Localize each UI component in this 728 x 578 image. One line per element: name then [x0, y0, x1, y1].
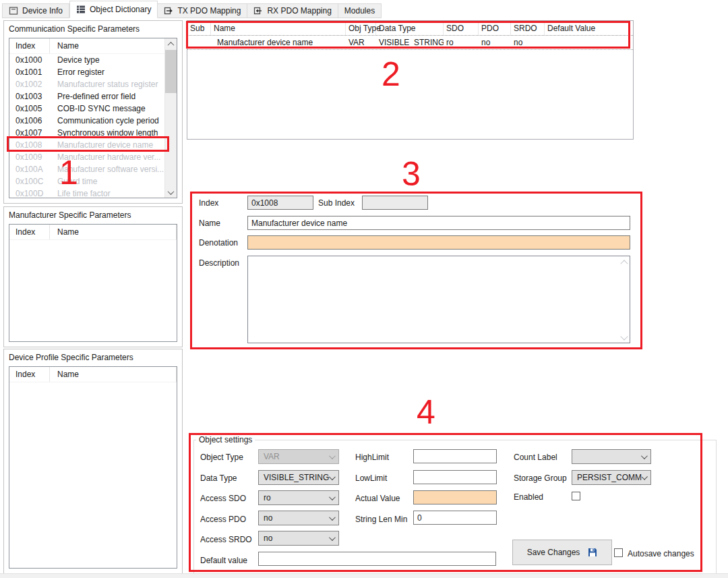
save-icon	[588, 548, 597, 557]
tab-modules[interactable]: Modules	[338, 3, 382, 18]
chevron-down-icon	[329, 494, 336, 500]
object-type-select[interactable]: VAR	[258, 449, 339, 464]
list-item[interactable]: 0x1002 Manufacturer status register	[9, 78, 165, 90]
selected-value: no	[264, 533, 272, 543]
column-header-pdo[interactable]: PDO	[479, 21, 511, 35]
list-item[interactable]: 0x1007 Synchronous window length	[9, 127, 165, 139]
column-header-index[interactable]: Index	[9, 38, 50, 53]
item-name: Manufacturer device name	[50, 140, 165, 150]
scroll-down-button[interactable]	[165, 187, 177, 198]
save-changes-button[interactable]: Save Changes	[512, 540, 612, 565]
autosave-checkbox[interactable]	[614, 548, 623, 557]
enabled-checkbox[interactable]	[572, 492, 580, 500]
index-field[interactable]	[247, 196, 313, 210]
item-index: 0x1003	[9, 92, 50, 101]
column-header-name[interactable]: Name	[50, 225, 177, 239]
count-label-select[interactable]	[572, 449, 651, 464]
description-field[interactable]	[247, 256, 630, 343]
access-pdo-select[interactable]: no	[258, 511, 339, 525]
selected-value: VAR	[264, 452, 280, 461]
window-bottom-edge	[0, 573, 728, 578]
tab-tx-pdo-mapping[interactable]: TX PDO Mapping	[158, 3, 247, 18]
column-header-default-value[interactable]: Default Value	[545, 21, 633, 35]
device-profile-parameters-list: Index Name	[9, 366, 177, 569]
item-index: 0x100C	[9, 177, 50, 186]
item-index: 0x1009	[9, 152, 50, 162]
list-item[interactable]: 0x100D Life time factor	[9, 187, 165, 198]
access-sdo-select[interactable]: ro	[258, 490, 339, 505]
list-item[interactable]: 0x1003 Pre-defined error field	[9, 90, 165, 103]
description-label: Description	[199, 258, 239, 268]
tab-object-dictionary[interactable]: Object Dictionary	[69, 1, 158, 18]
save-button-label: Save Changes	[527, 548, 580, 557]
list-item[interactable]: 0x1008 Manufacturer device name	[9, 139, 165, 151]
selected-value: VISIBLE_STRING	[264, 473, 329, 482]
cell-obj-type: VAR	[346, 38, 376, 47]
column-header-sub[interactable]: Sub	[187, 21, 211, 35]
vertical-scrollbar[interactable]	[164, 38, 177, 198]
chevron-down-icon	[329, 473, 336, 480]
panel-title: Manufacturer Specific Parameters	[4, 207, 182, 221]
list-header: Index Name	[9, 225, 177, 240]
column-header-name[interactable]: Name	[50, 38, 165, 53]
access-pdo-label: Access PDO	[200, 515, 246, 524]
column-header-srdo[interactable]: SRDO	[511, 21, 545, 35]
tab-device-info[interactable]: Device Info	[2, 3, 69, 18]
list-item[interactable]: 0x1000 Device type	[9, 54, 165, 66]
selected-value: PERSIST_COMM	[577, 473, 642, 482]
high-limit-label: HighLimit	[355, 453, 389, 462]
table-row[interactable]: Manufacturer device name VAR VISIBLE_STR…	[187, 36, 633, 50]
data-type-select[interactable]: VISIBLE_STRING	[258, 470, 339, 485]
default-value-field[interactable]	[258, 552, 496, 566]
string-len-min-label: String Len Min	[355, 515, 407, 524]
sub-index-field[interactable]	[362, 196, 428, 210]
column-header-data-type[interactable]: Data Type	[376, 21, 444, 35]
object-settings-title: Object settings	[196, 435, 255, 444]
cell-sdo: ro	[444, 38, 479, 47]
list-item[interactable]: 0x1009 Manufacturer hardware ver...	[9, 151, 165, 163]
actual-value-label: Actual Value	[355, 494, 400, 503]
item-name: Error register	[50, 67, 165, 77]
manufacturer-parameters-panel: Manufacturer Specific Parameters Index N…	[3, 206, 183, 347]
chevron-down-icon	[168, 188, 175, 195]
column-header-sdo[interactable]: SDO	[444, 21, 479, 35]
item-index: 0x100A	[9, 165, 50, 174]
item-index: 0x1002	[9, 80, 50, 89]
column-header-index[interactable]: Index	[9, 225, 50, 239]
list-item[interactable]: 0x100A Manufacturer software versi...	[9, 163, 165, 175]
manufacturer-parameters-list: Index Name	[9, 224, 177, 342]
data-type-label: Data Type	[200, 473, 237, 483]
sub-index-label: Sub Index	[318, 198, 355, 208]
tab-rx-pdo-mapping[interactable]: RX PDO Mapping	[247, 3, 338, 18]
chevron-down-icon	[641, 453, 648, 459]
column-header-index[interactable]: Index	[9, 367, 50, 382]
panel-title: Device Profile Specific Parameters	[4, 349, 182, 363]
storage-group-select[interactable]: PERSIST_COMM	[572, 470, 651, 485]
chevron-up-icon	[168, 41, 175, 48]
list-item[interactable]: 0x1005 COB-ID SYNC message	[9, 103, 165, 115]
scrollbar-thumb[interactable]	[165, 50, 177, 93]
arrow-left-icon	[253, 6, 263, 16]
name-field[interactable]	[247, 216, 630, 230]
column-header-name[interactable]: Name	[50, 367, 177, 382]
scroll-up-button[interactable]	[165, 38, 177, 49]
communication-parameters-panel: Communication Specific Parameters Index …	[3, 20, 183, 204]
string-len-min-field[interactable]	[413, 511, 497, 525]
cell-name: Manufacturer device name	[211, 38, 346, 47]
subindex-table: Sub Name Obj Type Data Type SDO PDO SRDO…	[187, 20, 634, 140]
low-limit-field[interactable]	[413, 470, 497, 484]
high-limit-field[interactable]	[413, 449, 497, 463]
item-index: 0x100D	[9, 189, 50, 198]
denotation-field[interactable]	[247, 235, 630, 250]
grid-icon	[76, 5, 86, 14]
list-item[interactable]: 0x1001 Error register	[9, 66, 165, 78]
actual-value-field[interactable]	[413, 490, 497, 504]
list-item[interactable]: 0x1006 Communication cycle period	[9, 115, 165, 127]
cell-data-type: VISIBLE_STRING	[376, 38, 444, 47]
index-label: Index	[199, 198, 218, 208]
column-header-name[interactable]: Name	[211, 21, 346, 35]
access-srdo-select[interactable]: no	[258, 531, 339, 546]
table-header: Sub Name Obj Type Data Type SDO PDO SRDO…	[187, 21, 633, 36]
list-item[interactable]: 0x100C Guard time	[9, 175, 165, 187]
column-header-obj-type[interactable]: Obj Type	[346, 21, 376, 35]
